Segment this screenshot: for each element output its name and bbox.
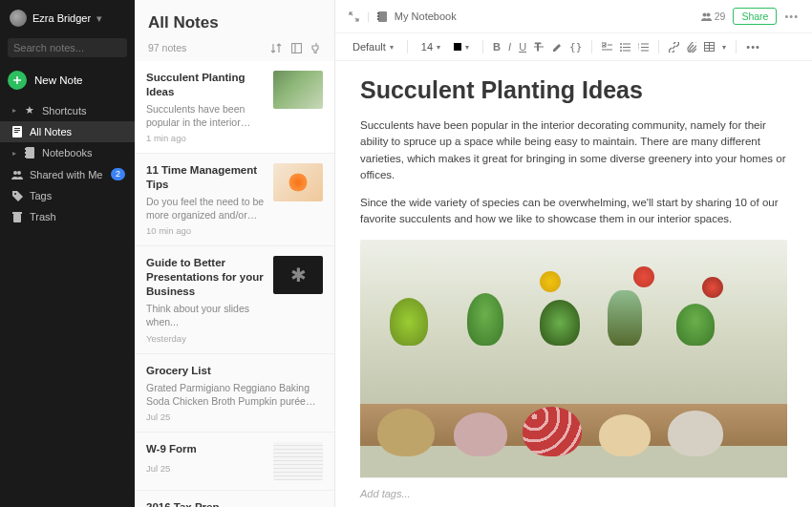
editor-panel: | My Notebook 29 Share ••• Default ▾ 14 …	[335, 0, 812, 507]
notes-list-panel: All Notes 97 notes Succulent Planting Id…	[135, 0, 335, 507]
svg-point-12	[14, 193, 16, 195]
shared-count[interactable]: 29	[701, 11, 726, 22]
plus-icon	[8, 71, 27, 90]
note-thumbnail	[273, 163, 323, 201]
svg-rect-9	[25, 156, 27, 158]
checklist-icon[interactable]	[602, 42, 612, 52]
avatar	[10, 10, 27, 27]
highlight-icon[interactable]	[551, 42, 562, 52]
paragraph[interactable]: Succulents have been popular in the inte…	[360, 117, 787, 183]
svg-point-22	[702, 12, 706, 16]
add-tags-input[interactable]: Add tags...	[360, 477, 787, 507]
list-title: All Notes	[148, 13, 321, 32]
svg-rect-20	[377, 15, 379, 17]
note-thumbnail	[273, 256, 323, 294]
svg-point-31	[620, 46, 622, 48]
notes-count: 97 notes	[148, 42, 186, 53]
svg-rect-8	[25, 152, 27, 154]
sort-icon[interactable]	[270, 43, 282, 53]
italic-icon[interactable]: I	[508, 41, 511, 53]
view-icon[interactable]	[291, 43, 302, 53]
sidebar: Ezra Bridger ▾ New Note ▸ ★ Shortcuts Al…	[0, 0, 135, 507]
svg-point-29	[620, 43, 622, 45]
new-note-button[interactable]: New Note	[8, 71, 127, 90]
note-item[interactable]: Guide to Better Presentations for your B…	[135, 246, 334, 353]
editor-toolbar: Default ▾ 14 ▾ ▾ B I U T {} 12	[335, 33, 812, 61]
nav-notebooks[interactable]: ▸ Notebooks	[0, 142, 135, 163]
svg-rect-21	[377, 18, 379, 20]
code-icon[interactable]: {}	[569, 41, 582, 53]
nav-shortcuts[interactable]: ▸ ★ Shortcuts	[0, 99, 135, 121]
note-time: 10 min ago	[146, 225, 266, 236]
share-button[interactable]: Share	[733, 8, 777, 25]
new-note-label: New Note	[34, 74, 83, 86]
search-input[interactable]	[13, 42, 145, 53]
font-size-select[interactable]: 14 ▾	[417, 39, 444, 54]
trash-icon	[11, 212, 23, 222]
more-format-icon[interactable]: •••	[746, 41, 760, 53]
color-chip-icon	[454, 43, 461, 51]
note-item[interactable]: 11 Time Management Tips Do you feel the …	[135, 154, 334, 246]
notes-scroll[interactable]: Succulent Planting Ideas Succulents have…	[135, 61, 334, 507]
note-item[interactable]: Grocery List Grated Parmigiano Reggiano …	[135, 354, 334, 433]
svg-rect-7	[25, 148, 27, 150]
svg-rect-32	[623, 47, 630, 48]
list-subheader: 97 notes	[135, 38, 334, 61]
chevron-down-icon: ▾	[390, 43, 394, 52]
svg-rect-39	[641, 50, 649, 51]
note-icon	[11, 126, 23, 137]
nav-all-notes[interactable]: All Notes	[0, 121, 135, 142]
search-input-wrap[interactable]	[8, 38, 127, 57]
nav-shared[interactable]: Shared with Me 2	[0, 163, 135, 185]
strike-icon[interactable]: T	[534, 42, 544, 52]
chevron-down-icon: ▾	[465, 43, 469, 52]
notebook-icon	[24, 147, 35, 158]
note-thumbnail	[273, 71, 323, 109]
note-item[interactable]: 2016 Tax Prep Questions for Marilyn: Whi…	[135, 491, 334, 507]
tag-icon	[11, 191, 23, 201]
underline-icon[interactable]: U	[519, 41, 526, 53]
attach-icon[interactable]	[687, 42, 696, 53]
svg-rect-38	[641, 47, 649, 48]
list-header: All Notes	[135, 0, 334, 38]
filter-icon[interactable]	[311, 43, 321, 53]
note-time: Jul 25	[146, 463, 266, 474]
svg-rect-30	[623, 43, 630, 44]
font-color-select[interactable]: ▾	[450, 41, 473, 53]
note-item[interactable]: W-9 Form Jul 25	[135, 433, 334, 491]
svg-rect-4	[14, 130, 20, 131]
editor-top-bar: | My Notebook 29 Share •••	[335, 0, 812, 33]
nav-trash[interactable]: Trash	[0, 206, 135, 227]
expand-arrow-icon: ▸	[11, 106, 17, 115]
expand-icon[interactable]	[349, 11, 359, 22]
font-family-select[interactable]: Default ▾	[349, 39, 397, 54]
paragraph[interactable]: Since the wide variety of species can be…	[360, 195, 787, 228]
note-title: 2016 Tax Prep	[146, 500, 323, 507]
svg-text:2: 2	[638, 46, 640, 51]
nav-tags[interactable]: Tags	[0, 185, 135, 206]
note-thumbnail	[273, 442, 323, 480]
svg-rect-36	[641, 43, 649, 44]
svg-rect-34	[623, 50, 630, 51]
svg-point-23	[706, 12, 710, 16]
notebook-icon[interactable]	[377, 11, 387, 22]
note-time: 1 min ago	[146, 133, 266, 143]
notebook-name[interactable]: My Notebook	[395, 11, 457, 22]
table-icon[interactable]	[704, 42, 715, 52]
editor-content[interactable]: Succulent Planting Ideas Succulents have…	[335, 61, 812, 507]
svg-rect-5	[14, 132, 18, 133]
account-switcher[interactable]: Ezra Bridger ▾	[0, 0, 135, 32]
note-item[interactable]: Succulent Planting Ideas Succulents have…	[135, 61, 334, 154]
note-title[interactable]: Succulent Planting Ideas	[360, 76, 787, 104]
number-list-icon[interactable]: 12	[638, 43, 649, 52]
note-time: Jul 25	[146, 412, 323, 422]
note-time: Yesterday	[146, 333, 266, 344]
bold-icon[interactable]: B	[493, 41, 501, 53]
bullet-list-icon[interactable]	[620, 43, 630, 52]
chevron-down-icon[interactable]: ▾	[722, 43, 726, 52]
link-icon[interactable]	[669, 42, 679, 53]
chevron-down-icon: ▾	[96, 12, 102, 25]
svg-rect-19	[377, 12, 379, 14]
more-icon[interactable]: •••	[784, 11, 799, 22]
note-excerpt: Do you feel the need to be more organize…	[146, 195, 266, 222]
